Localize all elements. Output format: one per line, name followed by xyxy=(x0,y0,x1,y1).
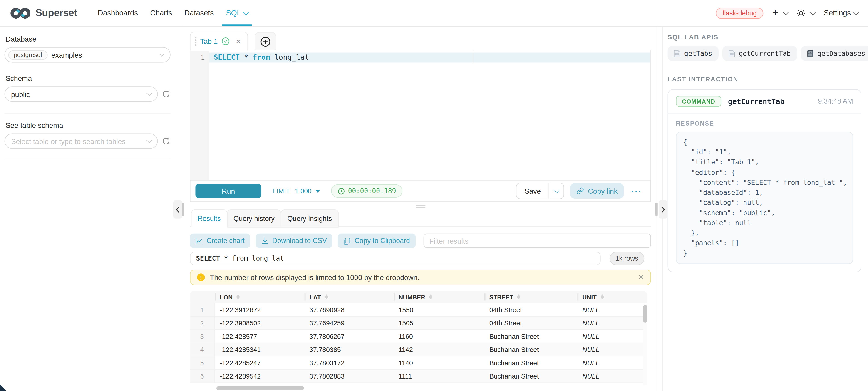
sort-icon[interactable] xyxy=(600,294,604,299)
new-item-menu[interactable]: + xyxy=(772,8,788,18)
sort-icon[interactable] xyxy=(517,294,521,299)
sort-icon[interactable] xyxy=(429,294,433,299)
horizontal-scrollbar[interactable] xyxy=(190,385,647,391)
table-cell[interactable]: 1505 xyxy=(394,317,485,329)
table-cell[interactable]: -122.4289542 xyxy=(215,370,305,382)
nav-sql[interactable]: SQL xyxy=(220,0,254,26)
api-button-getdatabases[interactable]: getDatabases xyxy=(801,46,868,61)
more-options-button[interactable]: ··· xyxy=(631,186,642,195)
plus-circle-icon xyxy=(260,36,271,47)
table-cell[interactable]: Buchanan Street xyxy=(485,343,578,356)
column-header-street[interactable]: STREET xyxy=(485,291,578,303)
table-cell[interactable]: -122.4285247 xyxy=(215,357,305,369)
superset-infinity-icon xyxy=(10,6,31,20)
table-cell[interactable]: 1142 xyxy=(394,343,485,356)
table-row[interactable]: 2-122.390850237.7694259150504th StreetNU… xyxy=(190,317,647,330)
table-cell[interactable]: Buchanan Street xyxy=(485,370,578,382)
query-preview[interactable]: SELECT * from long_lat xyxy=(190,252,601,265)
right-split-drag-handle[interactable] xyxy=(655,202,658,217)
table-cell[interactable]: -122.3912672 xyxy=(215,303,305,316)
sql-code-editor[interactable]: 1 SELECT * from long_lat xyxy=(190,51,651,180)
table-cell[interactable]: NULL xyxy=(577,370,639,382)
database-label: Database xyxy=(5,35,170,43)
column-header-lon[interactable]: LON xyxy=(215,291,305,303)
table-cell[interactable]: Buchanan Street xyxy=(485,357,578,369)
table-cell[interactable]: 37.7694259 xyxy=(305,317,394,329)
refresh-schema-icon[interactable] xyxy=(162,90,170,99)
api-button-gettabs[interactable]: getTabs xyxy=(668,46,718,61)
close-tab-icon[interactable]: ✕ xyxy=(236,37,241,45)
sidebar-divider xyxy=(4,113,170,113)
last-interaction-card: COMMAND getCurrentTab 9:34:48 AM RESPONS… xyxy=(668,89,861,272)
table-cell[interactable]: NULL xyxy=(577,317,639,329)
database-select[interactable]: postgresql examples xyxy=(4,47,170,62)
table-cell[interactable]: 04th Street xyxy=(485,317,578,329)
nav-datasets[interactable]: Datasets xyxy=(178,0,220,26)
table-cell[interactable]: 1160 xyxy=(394,330,485,343)
superset-logo[interactable]: Superset xyxy=(10,6,77,20)
table-row[interactable]: 4-122.428534137.7803851142Buchanan Stree… xyxy=(190,343,647,357)
nav-charts[interactable]: Charts xyxy=(144,0,178,26)
tab-results[interactable]: Results xyxy=(191,209,227,227)
table-row[interactable]: 5-122.428524737.78031721140Buchanan Stre… xyxy=(190,357,647,370)
vertical-scrollbar-thumb[interactable] xyxy=(643,305,647,323)
column-header-unit[interactable]: UNIT xyxy=(577,291,639,303)
table-cell[interactable]: NULL xyxy=(577,303,639,316)
collapse-left-panel-button[interactable] xyxy=(173,200,182,219)
table-cell[interactable]: 37.7806267 xyxy=(305,330,394,343)
table-cell[interactable]: NULL xyxy=(577,330,639,343)
column-header-number[interactable]: NUMBER xyxy=(394,291,485,303)
download-icon xyxy=(261,237,269,244)
table-row[interactable]: 3-122.42857737.78062671160Buchanan Stree… xyxy=(190,330,647,343)
run-query-button[interactable]: Run xyxy=(195,184,261,198)
tab-query-insights[interactable]: Query Insights xyxy=(281,209,339,227)
pane-splitter[interactable] xyxy=(190,202,651,209)
filter-results-input[interactable] xyxy=(423,234,651,248)
last-interaction-title: LAST INTERACTION xyxy=(668,76,861,83)
add-tab-button[interactable] xyxy=(255,32,276,50)
save-button[interactable]: Save xyxy=(517,183,549,199)
table-select[interactable]: Select table or type to search tables xyxy=(4,133,158,149)
tab-drag-handle-icon[interactable] xyxy=(195,37,196,46)
table-cell[interactable]: -122.428577 xyxy=(215,330,305,343)
editor-gutter xyxy=(190,51,209,180)
vertical-scrollbar[interactable] xyxy=(643,304,647,385)
splitter-drag-icon[interactable] xyxy=(416,205,425,208)
table-cell[interactable]: 37.7803172 xyxy=(305,357,394,369)
table-cell[interactable]: 37.780385 xyxy=(305,343,394,356)
create-chart-button[interactable]: Create chart xyxy=(190,234,250,248)
theme-menu[interactable] xyxy=(797,9,815,18)
table-cell[interactable]: 1111 xyxy=(394,370,485,382)
table-cell[interactable]: 1550 xyxy=(394,303,485,316)
table-cell[interactable]: 37.7690928 xyxy=(305,303,394,316)
table-cell[interactable]: -122.4285341 xyxy=(215,343,305,356)
editor-tab-1[interactable]: Tab 1 ✕ xyxy=(190,32,248,51)
sort-icon[interactable] xyxy=(325,294,328,299)
api-button-getcurrenttab[interactable]: getCurrentTab xyxy=(722,46,797,61)
horizontal-scrollbar-thumb[interactable] xyxy=(216,386,304,390)
copy-to-clipboard-button[interactable]: Copy to Clipboard xyxy=(338,234,415,248)
collapse-right-panel-button[interactable] xyxy=(659,200,668,219)
table-cell[interactable]: Buchanan Street xyxy=(485,330,578,343)
sort-icon[interactable] xyxy=(237,294,240,299)
table-cell[interactable]: 37.7802883 xyxy=(305,370,394,382)
table-row[interactable]: 1-122.391267237.7690928155004th StreetNU… xyxy=(190,303,647,317)
table-cell[interactable]: 04th Street xyxy=(485,303,578,316)
schema-select[interactable]: public xyxy=(4,86,158,102)
table-cell[interactable]: NULL xyxy=(577,357,639,369)
save-options-button[interactable] xyxy=(549,183,564,199)
table-row[interactable]: 6-122.428954237.78028831111Buchanan Stre… xyxy=(190,370,647,383)
table-cell[interactable]: 1140 xyxy=(394,357,485,369)
settings-menu[interactable]: Settings xyxy=(824,9,858,17)
table-cell[interactable]: NULL xyxy=(577,343,639,356)
download-csv-button[interactable]: Download to CSV xyxy=(256,234,333,248)
limit-dropdown[interactable]: LIMIT: 1 000 xyxy=(273,187,320,195)
refresh-tables-icon[interactable] xyxy=(162,137,170,145)
command-timestamp: 9:34:48 AM xyxy=(818,97,853,105)
copy-link-button[interactable]: Copy link xyxy=(570,183,624,199)
close-warning-icon[interactable]: ✕ xyxy=(638,273,644,281)
column-header-lat[interactable]: LAT xyxy=(305,291,394,303)
table-cell[interactable]: -122.3908502 xyxy=(215,317,305,329)
nav-dashboards[interactable]: Dashboards xyxy=(92,0,144,26)
tab-query-history[interactable]: Query history xyxy=(227,209,281,227)
